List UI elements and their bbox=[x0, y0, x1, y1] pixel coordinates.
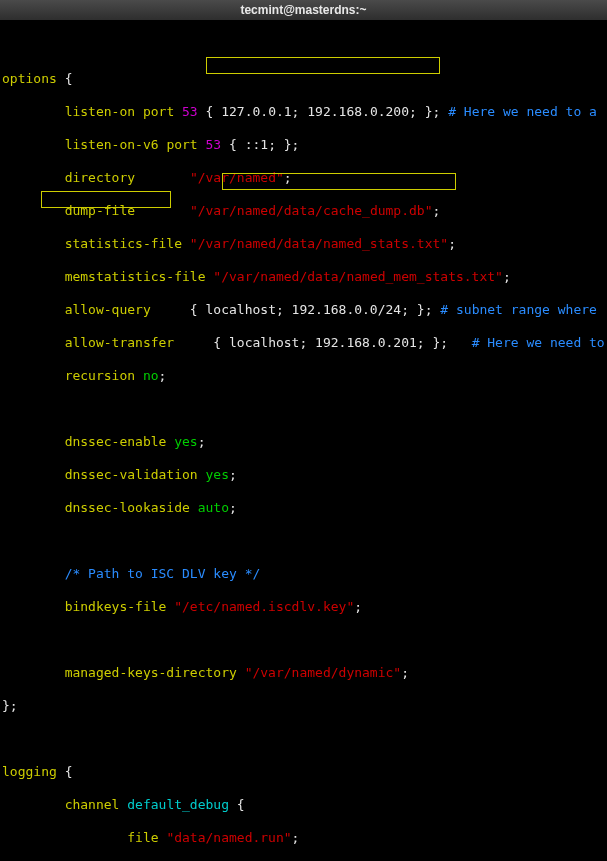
kw-channel: channel bbox=[65, 797, 120, 812]
kw-bindkeys: bindkeys-file bbox=[65, 599, 167, 614]
kw-stats: statistics-file bbox=[65, 236, 182, 251]
kw-logging: logging bbox=[2, 764, 57, 779]
semi: ; bbox=[284, 170, 292, 185]
window-titlebar: tecmint@masterdns:~ bbox=[0, 0, 607, 21]
val-yes2: yes bbox=[206, 467, 229, 482]
brace-close: }; bbox=[2, 698, 18, 713]
kw-dnssec-enable: dnssec-enable bbox=[65, 434, 167, 449]
val-allowquery: { localhost; 192.168.0.0/24; }; bbox=[190, 302, 433, 317]
kw-listen-on: listen-on bbox=[65, 104, 135, 119]
val-stats: "/var/named/data/named_stats.txt" bbox=[190, 236, 448, 251]
val-memstats: "/var/named/data/named_mem_stats.txt" bbox=[213, 269, 503, 284]
comment-path: /* Path to ISC DLV key */ bbox=[65, 566, 261, 581]
kw-directory: directory bbox=[65, 170, 135, 185]
val-bindkeys: "/etc/named.iscdlv.key" bbox=[174, 599, 354, 614]
val-named-run: "data/named.run" bbox=[166, 830, 291, 845]
kw-allowtransfer: allow-transfer bbox=[65, 335, 175, 350]
val-allowtransfer: { localhost; 192.168.0.201; }; bbox=[213, 335, 448, 350]
kw-dnssec-lookaside: dnssec-lookaside bbox=[65, 500, 190, 515]
kw-recursion: recursion bbox=[65, 368, 135, 383]
comment-transfer: # Here we need to bbox=[472, 335, 605, 350]
val-port: 53 bbox=[182, 104, 198, 119]
kw-options: options bbox=[2, 71, 57, 86]
val-recursion: no bbox=[143, 368, 159, 383]
val-yes1: yes bbox=[174, 434, 197, 449]
val-dump: "/var/named/data/cache_dump.db" bbox=[190, 203, 433, 218]
val-v6: { ::1; }; bbox=[229, 137, 299, 152]
kw-dnssec-validation: dnssec-validation bbox=[65, 467, 198, 482]
kw-file: file bbox=[127, 830, 158, 845]
kw-port: port bbox=[143, 104, 174, 119]
val-managed: "/var/named/dynamic" bbox=[245, 665, 402, 680]
val-auto: auto bbox=[198, 500, 229, 515]
kw-dump: dump-file bbox=[65, 203, 135, 218]
comment-listen: # Here we need to a bbox=[448, 104, 597, 119]
val-directory: "/var/named" bbox=[190, 170, 284, 185]
kw-memstats: memstatistics-file bbox=[65, 269, 206, 284]
kw-listen-v6: listen-on-v6 bbox=[65, 137, 159, 152]
comment-query: # subnet range where bbox=[440, 302, 597, 317]
kw-port2: port bbox=[166, 137, 197, 152]
val-port2: 53 bbox=[206, 137, 222, 152]
brace: { bbox=[65, 71, 73, 86]
terminal-content[interactable]: options { listen-on port 53 { 127.0.0.1;… bbox=[0, 21, 607, 861]
val-defaultdebug: default_debug bbox=[127, 797, 229, 812]
kw-managed: managed-keys-directory bbox=[65, 665, 237, 680]
kw-allowquery: allow-query bbox=[65, 302, 151, 317]
val-listen-ips: { 127.0.0.1; 192.168.0.200; }; bbox=[206, 104, 441, 119]
